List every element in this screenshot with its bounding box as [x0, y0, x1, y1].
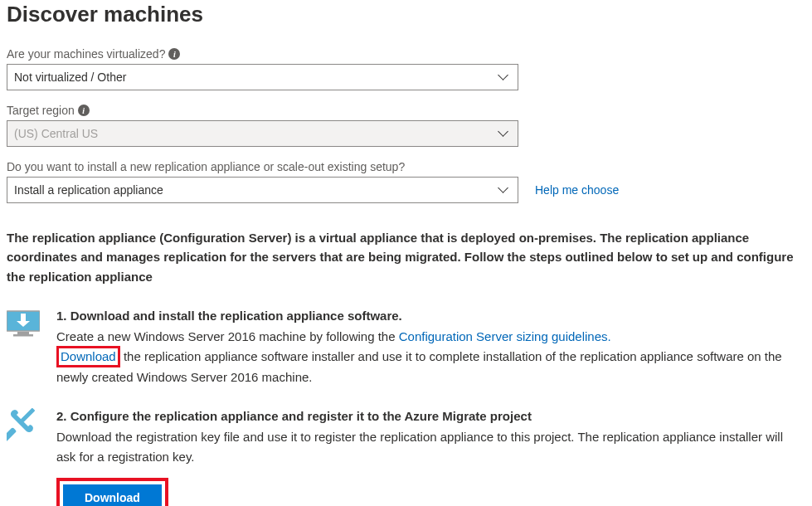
step-2-body: Download the registration key file and u… — [56, 427, 805, 466]
chevron-down-icon — [499, 129, 509, 139]
region-field: Target region i (US) Central US — [7, 104, 805, 147]
virtualized-label-text: Are your machines virtualized? — [7, 47, 165, 61]
step-1-body: Create a new Windows Server 2016 machine… — [56, 327, 805, 387]
info-icon[interactable]: i — [168, 48, 180, 60]
region-select: (US) Central US — [7, 120, 518, 147]
chevron-down-icon — [499, 72, 509, 82]
intro-text: The replication appliance (Configuration… — [7, 228, 805, 286]
svg-rect-4 — [21, 314, 26, 322]
info-icon[interactable]: i — [78, 105, 90, 116]
sizing-guidelines-link[interactable]: Configuration Server sizing guidelines. — [399, 329, 611, 343]
help-me-choose-link[interactable]: Help me choose — [535, 183, 619, 197]
install-select[interactable]: Install a replication appliance — [7, 177, 518, 203]
step-2-heading: 2. Configure the replication appliance a… — [56, 406, 805, 426]
virtualized-value: Not virtualized / Other — [14, 71, 126, 84]
region-value: (US) Central US — [14, 127, 98, 140]
chevron-down-icon — [499, 185, 509, 195]
download-button-highlight: Download — [56, 478, 168, 506]
step-1-line2: the replication appliance software insta… — [56, 349, 782, 384]
step-1: 1. Download and install the replication … — [7, 306, 805, 387]
install-value: Install a replication appliance — [14, 183, 163, 197]
region-label: Target region i — [7, 104, 805, 117]
step-1-heading: 1. Download and install the replication … — [56, 306, 805, 325]
step-2: 2. Configure the replication appliance a… — [7, 406, 805, 506]
virtualized-select[interactable]: Not virtualized / Other — [7, 64, 518, 90]
download-button[interactable]: Download — [63, 484, 162, 506]
svg-rect-2 — [17, 332, 29, 334]
download-monitor-icon — [7, 306, 40, 338]
install-label: Do you want to install a new replication… — [7, 160, 805, 173]
svg-rect-3 — [13, 334, 33, 337]
region-label-text: Target region — [7, 104, 75, 117]
virtualized-label: Are your machines virtualized? i — [7, 47, 805, 61]
step-1-line1a: Create a new Windows Server 2016 machine… — [56, 329, 399, 343]
svg-rect-6 — [7, 427, 17, 441]
svg-rect-7 — [21, 408, 36, 422]
tools-icon — [7, 406, 40, 441]
download-installer-link[interactable]: Download — [61, 349, 116, 363]
install-label-text: Do you want to install a new replication… — [7, 160, 405, 173]
install-field: Do you want to install a new replication… — [7, 160, 805, 203]
page-title: Discover machines — [7, 0, 805, 27]
virtualized-field: Are your machines virtualized? i Not vir… — [7, 47, 805, 90]
download-link-highlight: Download — [56, 346, 120, 367]
